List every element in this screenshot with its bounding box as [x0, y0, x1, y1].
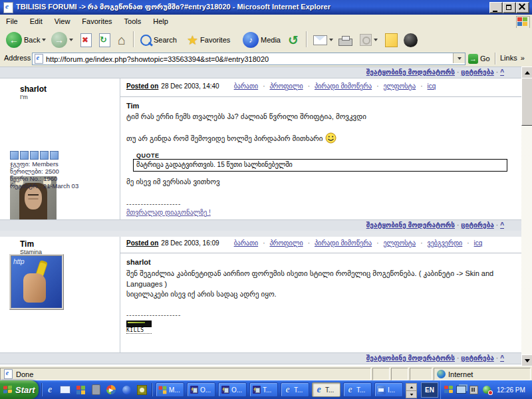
- windows-flag-icon: [3, 385, 13, 394]
- internet-zone-icon: [437, 370, 446, 378]
- tray-volume-icon[interactable]: [469, 385, 479, 395]
- stop-button[interactable]: ✖: [77, 29, 95, 51]
- website-link[interactable]: ვებგვერდი: [428, 239, 463, 247]
- zone-text: Internet: [448, 370, 473, 378]
- menu-item-file[interactable]: File: [0, 16, 24, 27]
- go-arrow-icon: →: [468, 54, 478, 64]
- home-button[interactable]: ⌂: [114, 29, 129, 51]
- messenger-button[interactable]: [400, 29, 421, 51]
- top-link[interactable]: ^: [500, 354, 504, 362]
- refresh-button[interactable]: ↻: [96, 29, 114, 51]
- window-title: TBILISIS FORUMI -> რა მოგეწონათ ფორუმში?…: [16, 3, 331, 11]
- post-text-line: სიცილაკები ისევ იქ არის სადაც ადრე იყო.: [126, 290, 515, 299]
- address-label: Address: [4, 54, 31, 62]
- taskbar-separator: [152, 383, 152, 396]
- print-button[interactable]: [335, 29, 356, 51]
- notes-button[interactable]: [382, 29, 401, 51]
- quote-link[interactable]: ციტირება: [461, 354, 493, 362]
- kills-label: KILLS: [126, 327, 152, 334]
- menu-item-help[interactable]: Help: [147, 16, 174, 27]
- quicklaunch-mail-icon[interactable]: [60, 384, 70, 395]
- home-icon: ⌂: [118, 33, 126, 47]
- back-button[interactable]: ← Back: [3, 29, 49, 51]
- restore-button[interactable]: [503, 2, 516, 13]
- report-moderator-link[interactable]: შეატყობინე მოდერატორს: [366, 68, 455, 76]
- top-link[interactable]: ^: [500, 68, 504, 76]
- url-page-icon: [35, 54, 43, 63]
- posted-on-link[interactable]: Posted on: [126, 239, 158, 247]
- media-button[interactable]: ♪ Media: [239, 29, 284, 51]
- go-button[interactable]: → Go: [468, 53, 491, 65]
- post-author-name: Tim: [20, 239, 34, 249]
- windows-logo-icon: [516, 16, 530, 29]
- task-button[interactable]: O...: [218, 382, 247, 397]
- menu-item-edit[interactable]: Edit: [24, 16, 49, 27]
- quicklaunch-player-icon[interactable]: [90, 384, 101, 395]
- menu-item-favorites[interactable]: Favorites: [76, 16, 118, 27]
- icq-link[interactable]: icq: [474, 239, 483, 247]
- private-message-link[interactable]: პირადი მიმოწერა: [315, 82, 372, 90]
- quote-link[interactable]: ციტირება: [461, 221, 493, 229]
- posted-on-link[interactable]: Posted on: [126, 82, 158, 90]
- links-bar[interactable]: Links »: [500, 54, 525, 62]
- start-button[interactable]: Start: [0, 380, 39, 399]
- quote-text: მატრიცა გადატვირთვის. 15 წუთი სალხინებელ…: [136, 161, 293, 168]
- task-button[interactable]: T...: [249, 382, 278, 397]
- rating-squares: [10, 151, 59, 160]
- back-icon: ←: [6, 32, 22, 48]
- status-pane: [410, 368, 432, 380]
- menu-item-tools[interactable]: Tools: [118, 16, 148, 27]
- refresh-icon: ↻: [99, 33, 110, 47]
- card-link[interactable]: ბარათი: [234, 82, 258, 90]
- email-link[interactable]: ელფოსტა: [384, 82, 416, 90]
- menu-item-view[interactable]: View: [49, 16, 76, 27]
- group-value: Members: [32, 160, 59, 168]
- minimize-button[interactable]: [489, 2, 503, 13]
- forward-button[interactable]: →: [48, 29, 76, 51]
- close-button[interactable]: [516, 2, 529, 13]
- media-icon: ♪: [243, 32, 259, 48]
- task-button[interactable]: eT...: [343, 382, 372, 397]
- quicklaunch-media-app-icon[interactable]: [75, 384, 86, 395]
- report-moderator-link[interactable]: შეატყობინე მოდერატორს: [366, 221, 455, 229]
- quicklaunch-icq-icon[interactable]: [136, 384, 147, 395]
- post-text-line: შენ შეგიძლია კაბინეტიდან აირჩიო ფორუმის …: [126, 268, 515, 289]
- private-message-link[interactable]: პირადი მიმოწერა: [315, 239, 372, 247]
- address-url: http://forum.ge/index.php?showtopic=3356…: [46, 55, 269, 63]
- kills-bar-icon: [126, 321, 152, 327]
- edit-button[interactable]: [356, 29, 381, 51]
- task-button[interactable]: O...: [187, 382, 215, 397]
- address-dropdown-button[interactable]: [453, 53, 465, 63]
- quicklaunch-ie-icon[interactable]: e: [45, 384, 55, 395]
- card-link[interactable]: ბარათი: [234, 239, 258, 247]
- search-button[interactable]: Search: [137, 29, 180, 51]
- task-button[interactable]: eT...: [281, 382, 309, 397]
- status-page-icon: [4, 369, 13, 378]
- favorites-button[interactable]: ★ Favorites: [184, 29, 233, 51]
- header-rule: [120, 253, 521, 253]
- taskbar-scroll-down-button[interactable]: [406, 390, 417, 398]
- quote-link[interactable]: ციტირება: [461, 68, 493, 76]
- profile-link[interactable]: პროფილი: [269, 82, 303, 90]
- quicklaunch-wmp-icon[interactable]: ▶: [106, 384, 116, 395]
- task-button-active[interactable]: eT...: [312, 382, 340, 397]
- tray-windows-update-icon[interactable]: [444, 385, 454, 395]
- history-button[interactable]: ↺: [285, 29, 302, 51]
- quicklaunch-messenger-icon[interactable]: [121, 384, 132, 395]
- task-button[interactable]: M...: [156, 382, 184, 397]
- taskbar-scroll-spinner: [406, 383, 416, 398]
- tray-messenger-offline-icon[interactable]: [481, 385, 491, 395]
- task-button[interactable]: I...: [374, 382, 403, 397]
- language-indicator[interactable]: EN: [421, 382, 438, 398]
- email-link[interactable]: ელფოსტა: [384, 239, 416, 247]
- signature-link[interactable]: მთვრალად დიაგონალზე !: [126, 209, 211, 216]
- address-input[interactable]: http://forum.ge/index.php?showtopic=3356…: [32, 53, 466, 65]
- profile-link[interactable]: პროფილი: [269, 239, 303, 247]
- scrollbar-thumb[interactable]: [521, 78, 532, 126]
- tray-network-icon[interactable]: [456, 385, 466, 395]
- mail-button[interactable]: [310, 29, 336, 51]
- icq-link[interactable]: icq: [428, 82, 436, 90]
- top-link[interactable]: ^: [500, 221, 504, 229]
- vertical-scrollbar[interactable]: [521, 66, 532, 366]
- report-moderator-link[interactable]: შეატყობინე მოდერატორს: [366, 354, 455, 362]
